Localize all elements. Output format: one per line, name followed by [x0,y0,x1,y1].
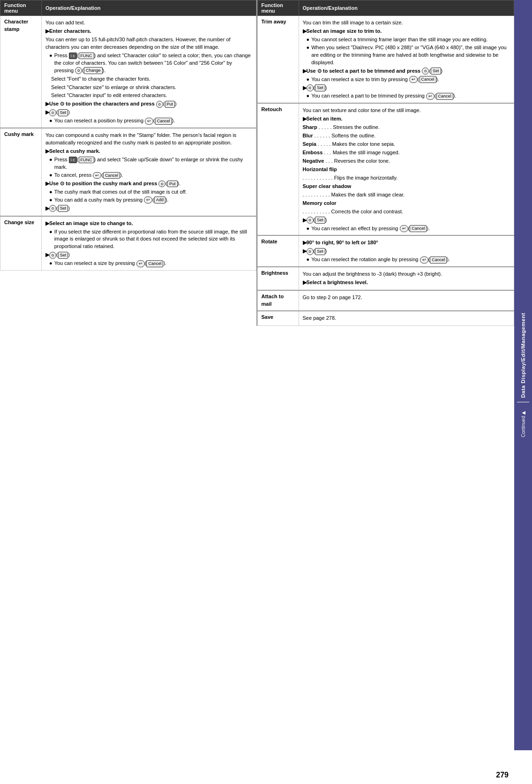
bullet-text: You can add a cushy mark by pressing ↩( … [54,196,169,204]
bullet-symbol: ● [49,188,52,196]
para: . . . . . . . . . . Corrects the color a… [303,208,510,216]
right-header-op: Operation/Explanation [299,0,514,16]
para: ▶Use ⊙ to select a part to be trimmed an… [303,68,510,75]
para: You can compound a cushy mark in the "St… [45,132,252,147]
btn-o-set3: o [49,252,56,259]
btn-back: ↩ [145,118,153,125]
bullet-text: You cannot select a trimming frame large… [311,36,487,44]
left-table: Function menu Operation/Explanation Char… [0,0,256,271]
main-content: Function menu Operation/Explanation Char… [0,0,514,784]
btn-cancel-r1: Cancel [420,76,436,83]
bullet-item: ● You can reselect the rotation angle by… [303,256,510,264]
btn-set3: Set [58,252,68,259]
para: You can enter up to 15 full-pitch/30 hal… [45,36,252,51]
btn-back-r1: ↩ [409,76,418,83]
para: ▶Use ⊙ to position the cushy mark and pr… [45,180,252,188]
table-row: Change size ▶Select an image size to cha… [0,216,256,271]
para: You can set texture and color tone of th… [303,107,510,114]
para: ▶Use ⊙ to position the characters and pr… [45,100,252,108]
left-header-op: Operation/Explanation [42,0,256,16]
btn-o-put: o [156,101,163,108]
bullet-symbol: ● [49,52,52,60]
bullet-item: ● The cushy mark that comes out of the s… [45,188,252,196]
bullet-text: You can reselect a part to be trimmed by… [311,92,456,100]
func-cell-trim-away: Trim away [257,16,299,104]
bullet-text: You can reselect a position by pressing … [54,117,175,125]
para: ▶o( Set ) [45,251,252,259]
func-cell-character-stamp: Character stamp [0,16,42,128]
btn-back-rotate: ↩ [420,256,428,264]
op-cell-rotate: ▶90° to right, 90° to left or 180° ▶o( S… [299,235,514,267]
bullet-text: Press i c( FUNC ) and select "Scale up/S… [54,156,252,171]
table-row: Character stamp You can add text. ▶Enter… [0,16,256,128]
func-cell-save: Save [257,311,299,325]
table-row: Trim away You can trim the still image t… [257,16,514,104]
two-col-layout: Function menu Operation/Explanation Char… [0,0,514,326]
btn-cancel4: Cancel [146,260,163,267]
bullet-text: If you select the size different in prop… [54,228,252,251]
bullet-symbol: ● [307,44,310,52]
table-row: Save See page 278. [257,311,514,325]
right-header-func: Function menu [257,0,299,16]
btn-cancel-r2: Cancel [436,93,453,100]
op-cell-character-stamp: You can add text. ▶Enter characters. You… [42,16,256,128]
op-cell-change-size: ▶Select an image size to change to. ● If… [42,216,256,271]
bullet-item: ● If you select the size different in pr… [45,228,252,251]
para: ▶o( Set ) [45,205,252,212]
para: ▶o( Set ) [303,217,510,224]
btn-cancel: Cancel [155,118,172,125]
btn-set-rotate: Set [315,248,325,255]
bullet-symbol: ● [49,117,52,125]
btn-o-set-retouch: o [307,217,314,224]
btn-set2: Set [58,205,68,212]
bullet-symbol: ● [49,156,52,164]
page-number: 279 [496,771,509,779]
bullet-item: ● You can add a cushy mark by pressing ↩… [45,196,252,204]
btn-o-set2: o [49,205,56,212]
btn-set: Set [58,109,68,116]
para: Blur . . . . . . Softens the outline. [303,132,510,140]
bullet-item: ● You can reselect a size by pressing ↩(… [45,260,252,267]
para: ▶Select an image size to trim to. [303,28,510,35]
bullet-symbol: ● [307,36,310,44]
table-row: Rotate ▶90° to right, 90° to left or 180… [257,235,514,267]
para: . . . . . . . . . . . Flips the image ho… [303,174,510,182]
bullet-item: ● To cancel, press ↩(Cancel). [45,172,252,179]
btn-o-set-rotate: o [307,248,314,255]
bullet-text: You can reselect a size to trim by press… [311,76,439,83]
para: Negative . . . Reverses the color tone. [303,158,510,165]
para: ▶Select an item. [303,115,510,123]
para: ▶90° to right, 90° to left or 180° [303,239,510,247]
op-cell-brightness: You can adjust the brightness to -3 (dar… [299,267,514,290]
bullet-text: To cancel, press ↩(Cancel). [54,172,123,179]
btn-back-retouch: ↩ [400,225,408,232]
bullet-symbol: ● [49,196,52,204]
para: See page 278. [303,315,510,322]
para: Go to step 2 on page 172. [303,294,510,302]
bullet-item: ● Press i c( FUNC ) and select "Scale up… [45,156,252,171]
btn-o-set-r2: o [307,84,314,91]
bullet-symbol: ● [307,92,310,100]
right-table: Function menu Operation/Explanation Trim… [257,0,515,326]
btn-put: Put [165,101,175,108]
para: Select "Character input" to edit entered… [51,92,252,99]
func-cell-attach-mail: Attach to mail [257,290,299,311]
table-row: Attach to mail Go to step 2 on page 172. [257,290,514,311]
page-wrapper: Data Display/Edit/Management Continued▶ … [0,0,532,784]
op-cell-trim-away: You can trim the still image to a certai… [299,16,514,104]
para: Select "Character size" to enlarge or sh… [51,84,252,91]
bullet-symbol: ● [49,228,52,236]
para: You can adjust the brightness to -3 (dar… [303,271,510,278]
btn-set-r2: Set [315,84,325,91]
bullet-text: You can reselect an effect by pressing ↩… [311,225,430,233]
bullet-item: ● You can reselect a position by pressin… [45,117,252,125]
para: ▶Enter characters. [45,28,252,35]
continued-label: Continued▶ [521,411,526,437]
btn-func2: FUNC [79,157,94,164]
para: You can add text. [45,19,252,27]
bullet-text: Press i c( FUNC ) and select "Character … [54,52,252,75]
btn-back2: ↩ [93,172,101,179]
btn-back-r2: ↩ [426,93,435,100]
func-cell-change-size: Change size [0,216,42,271]
para: ▶Select a cushy mark. [45,148,252,155]
